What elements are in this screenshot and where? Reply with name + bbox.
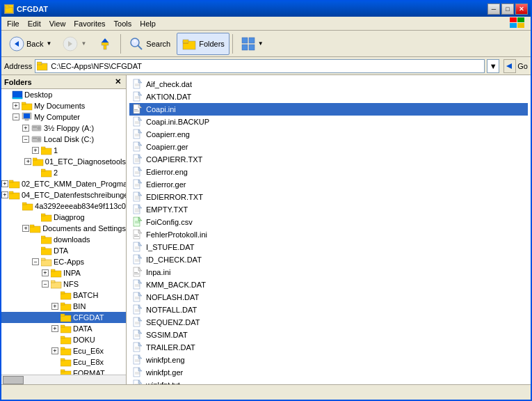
tree-item-fdoku[interactable]: DOKU: [1, 334, 126, 345]
file-item-edierror-txt[interactable]: EDIERROR.TXT: [129, 191, 528, 203]
file-item-coapi-ini-backup[interactable]: Coapi.ini.BACKUP: [129, 116, 528, 128]
tree-item-mycomputer[interactable]: −My Computer: [1, 111, 126, 123]
tree-expand-finpa[interactable]: +: [40, 268, 50, 278]
tree-item-fnfs[interactable]: −NFS: [1, 278, 126, 290]
search-button[interactable]: Search: [124, 33, 175, 55]
tree-expand-fdocs[interactable]: +: [22, 223, 29, 233]
address-input[interactable]: [49, 62, 484, 70]
file-item-kmm-back-dat[interactable]: KMM_BACK.DAT: [129, 278, 528, 291]
tree-item-fdown[interactable]: downloads: [1, 234, 126, 245]
tree-item-f1[interactable]: +1: [1, 145, 126, 156]
tree-item-finpa[interactable]: +INPA: [1, 267, 126, 278]
file-item-noflash-dat[interactable]: NOFLASH.DAT: [129, 291, 528, 304]
address-go-arrow[interactable]: [503, 59, 516, 73]
file-item-sequenz-dat[interactable]: SEQUENZ.DAT: [129, 316, 528, 329]
tree-item-fdta[interactable]: DTA: [1, 245, 126, 256]
tree-hscroll-thumb[interactable]: [3, 376, 24, 384]
tree-scroll[interactable]: Desktop+My Documents−My Computer+3½ Flop…: [1, 89, 126, 375]
tree-item-fbatch[interactable]: BATCH: [1, 290, 126, 301]
tree-expand-f02[interactable]: +: [1, 179, 8, 189]
file-item-aif-check-dat[interactable]: Aif_check.dat: [129, 78, 528, 91]
file-item-aktion-dat[interactable]: AKTION.DAT: [129, 91, 528, 103]
file-item-winkfpt-ger[interactable]: winkfpt.ger: [129, 366, 528, 379]
menu-file[interactable]: File: [3, 18, 24, 29]
tree-item-f04[interactable]: +04_ETC_Datenfestschreibungen: [1, 189, 126, 200]
file-item-notfall-dat[interactable]: NOTFALL.DAT: [129, 304, 528, 316]
file-item-coapierr-txt[interactable]: COAPIERR.TXT: [129, 153, 528, 166]
forward-icon: [63, 36, 78, 52]
tree-item-localdisk[interactable]: −Local Disk (C:): [1, 134, 126, 145]
tree-item-fbin[interactable]: +BIN: [1, 301, 126, 312]
forward-dropdown-arrow[interactable]: ▼: [81, 40, 86, 47]
tree-item-fdocs[interactable]: +Documents and Settings: [1, 223, 126, 234]
tree-item-f4a[interactable]: 4a3292eeeab834e9f113c0: [1, 200, 126, 212]
svg-rect-54: [30, 225, 34, 227]
folders-button[interactable]: Folders: [177, 33, 229, 55]
minimize-button[interactable]: ─: [487, 3, 500, 15]
tree-expand-floppy[interactable]: +: [21, 123, 31, 133]
tree-item-fdiag[interactable]: Diagprog: [1, 212, 126, 223]
tree-expand-fdata[interactable]: +: [50, 324, 60, 333]
menu-help[interactable]: Help: [136, 18, 160, 29]
menu-tools[interactable]: Tools: [110, 18, 136, 29]
file-item-inpa-ini[interactable]: Inpa.ini: [129, 266, 528, 278]
file-item-sgsim-dat[interactable]: SGSIM.DAT: [129, 329, 528, 341]
back-button[interactable]: Back ▼: [4, 33, 56, 55]
file-item-winkfpt-txt[interactable]: winkfpt.txt: [129, 379, 528, 384]
address-dropdown[interactable]: ▼: [487, 59, 499, 73]
tree-expand-f04[interactable]: +: [1, 190, 8, 200]
tree-expand-localdisk[interactable]: −: [21, 134, 31, 144]
menu-edit[interactable]: Edit: [24, 18, 45, 29]
tree-item-fcfgdat[interactable]: CFGDAT: [1, 312, 126, 323]
file-item-edierror-ger[interactable]: Edierror.ger: [129, 178, 528, 191]
svg-marker-133: [138, 230, 142, 233]
file-item-winkfpt-eng[interactable]: winkfpt.eng: [129, 354, 528, 366]
tree-close-button[interactable]: ✕: [113, 77, 123, 87]
tree-expand-fnfs[interactable]: −: [40, 279, 50, 289]
maximize-button[interactable]: □: [501, 3, 514, 15]
menu-view[interactable]: View: [45, 18, 70, 29]
file-item-trailer-dat[interactable]: TRAILER.DAT: [129, 341, 528, 354]
views-dropdown-arrow[interactable]: ▼: [258, 40, 264, 47]
views-button[interactable]: ▼: [236, 33, 268, 55]
tree-expand-fecapps[interactable]: −: [31, 257, 40, 267]
tree-item-fecu6[interactable]: +Ecu_E6x: [1, 345, 126, 356]
file-item-foiconfig-csv[interactable]: FoiConfig.csv: [129, 216, 528, 228]
close-button[interactable]: ✕: [515, 3, 528, 15]
tree-item-mydocs[interactable]: +My Documents: [1, 100, 126, 111]
tree-expand-fecu6[interactable]: +: [50, 346, 60, 356]
tree-item-desktop[interactable]: Desktop: [1, 89, 126, 100]
tree-item-fecu8[interactable]: Ecu_E8x: [1, 356, 126, 368]
tree-expand-mydocs[interactable]: +: [11, 101, 21, 111]
back-dropdown-arrow[interactable]: ▼: [46, 40, 51, 47]
svg-marker-86: [138, 92, 142, 95]
tree-expand-f1[interactable]: +: [31, 146, 40, 155]
forward-button[interactable]: ▼: [58, 33, 91, 55]
up-button[interactable]: [92, 33, 118, 55]
file-item-fehlerprotokoll-ini[interactable]: FehlerProtokoll.ini: [129, 228, 528, 241]
file-item-id-check-dat[interactable]: ID_CHECK.DAT: [129, 253, 528, 266]
file-item-edierror-eng[interactable]: Edierror.eng: [129, 166, 528, 178]
file-list[interactable]: Aif_check.datAKTION.DATCoapi.iniCoapi.in…: [127, 75, 531, 384]
tree-item-floppy[interactable]: +3½ Floppy (A:): [1, 123, 126, 134]
file-item-coapi-ini[interactable]: Coapi.ini: [129, 103, 528, 116]
file-item-empty-txt[interactable]: EMPTY.TXT: [129, 203, 528, 216]
tree-expand-mycomputer[interactable]: −: [11, 112, 21, 122]
tree-expand-f01[interactable]: +: [24, 157, 32, 166]
tree-item-fformat[interactable]: FORMAT: [1, 368, 126, 375]
tree-item-fecapps[interactable]: −EC-Apps: [1, 256, 126, 267]
tree-item-fdata[interactable]: +DATA: [1, 323, 126, 334]
file-label: Coapi.ini.BACKUP: [146, 118, 209, 126]
tree-item-f2[interactable]: 2: [1, 167, 126, 178]
file-label: COAPIERR.TXT: [146, 155, 202, 164]
tree-item-f01[interactable]: +01_ETC_Diagnosetools: [1, 156, 126, 167]
go-label[interactable]: Go: [517, 62, 528, 70]
file-item-coapierr-eng[interactable]: Coapierr.eng: [129, 128, 528, 141]
file-item-coapierr-ger[interactable]: Coapierr.ger: [129, 141, 528, 153]
tree-expand-fbin[interactable]: +: [50, 301, 60, 311]
tree-item-f02[interactable]: +02_ETC_KMM_Daten_Progman: [1, 178, 126, 189]
menu-favorites[interactable]: Favorites: [70, 18, 109, 29]
svg-rect-69: [61, 315, 71, 322]
file-item-i-stufe-dat[interactable]: I_STUFE.DAT: [129, 241, 528, 253]
tree-hscroll[interactable]: [1, 375, 126, 384]
